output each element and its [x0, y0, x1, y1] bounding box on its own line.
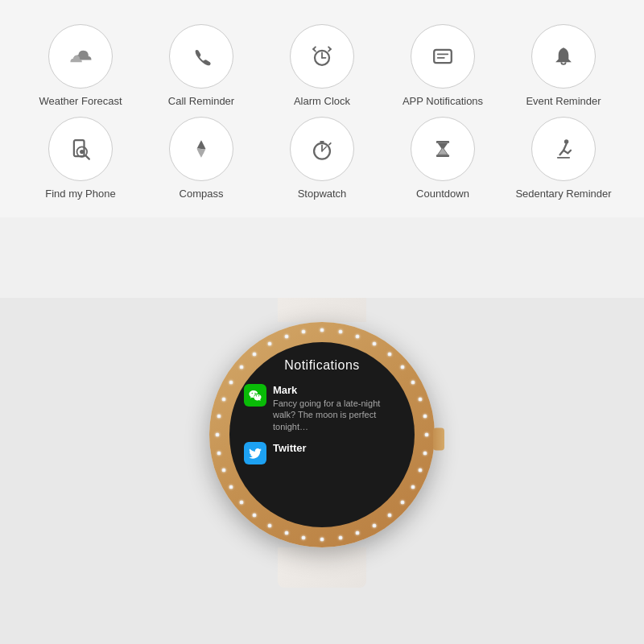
wechat-notif-text: Mark Fancy going for a late-night walk? …: [273, 384, 400, 432]
wechat-icon: [244, 384, 266, 407]
diamond-dot: [284, 334, 288, 338]
diamond-dot: [320, 328, 324, 332]
icons-row-1: Weather Forecast Call Reminder: [24, 24, 620, 109]
twitter-sender: Twitter: [273, 442, 400, 454]
diamond-dot: [411, 485, 415, 489]
feature-stopwatch[interactable]: Stopwatch: [266, 117, 378, 201]
app-notifications-label: APP Notifications: [402, 95, 483, 109]
diamond-dot: [387, 513, 391, 517]
twitter-notif-text: Twitter: [273, 442, 400, 456]
alarm-clock-icon-circle: [290, 24, 354, 89]
diamond-dot: [253, 353, 257, 357]
diamond-dot: [217, 451, 221, 455]
twitter-icon: [244, 442, 266, 464]
diamond-dot: [425, 433, 429, 437]
feature-compass[interactable]: Compass: [145, 117, 258, 201]
watch-screen: Notifications Mark Fancy going for a lat…: [229, 342, 415, 527]
watch-body: Notifications Mark Fancy going for a lat…: [209, 322, 435, 547]
countdown-icon-circle: [411, 117, 475, 181]
call-reminder-icon-circle: [169, 24, 233, 89]
event-reminder-icon-circle: [531, 24, 596, 89]
screen-title: Notifications: [244, 358, 400, 373]
diamond-dot: [400, 365, 404, 369]
features-section: Weather Forecast Call Reminder: [0, 0, 644, 217]
stopwatch-label: Stopwatch: [298, 188, 347, 201]
feature-countdown[interactable]: Countdown: [386, 117, 499, 201]
diamond-dot: [229, 381, 233, 385]
svg-line-8: [85, 155, 89, 159]
diamond-dot: [268, 523, 272, 527]
event-reminder-label: Event Reminder: [526, 95, 601, 109]
feature-weather-forecast[interactable]: Weather Forecast: [24, 24, 137, 109]
find-my-phone-icon-circle: [48, 117, 113, 181]
icons-grid: Weather Forecast Call Reminder: [16, 24, 628, 201]
diamond-dot: [302, 329, 306, 333]
diamond-dot: [240, 365, 244, 369]
twitter-notification: Twitter: [244, 442, 400, 464]
alarm-clock-label: Alarm Clock: [294, 95, 350, 109]
feature-event-reminder[interactable]: Event Reminder: [507, 24, 620, 109]
diamond-dot: [284, 531, 288, 535]
app-notifications-icon-circle: [411, 24, 475, 89]
diamond-dot: [221, 469, 225, 473]
diamond-dot: [400, 500, 404, 504]
svg-point-9: [80, 150, 84, 154]
feature-call-reminder[interactable]: Call Reminder: [145, 24, 258, 109]
call-reminder-label: Call Reminder: [168, 95, 234, 109]
countdown-label: Countdown: [416, 188, 469, 201]
weather-forecast-icon-circle: [48, 24, 113, 89]
find-my-phone-label: Find my Phone: [45, 188, 115, 201]
stopwatch-icon-circle: [290, 117, 354, 181]
diamond-dot: [423, 415, 427, 419]
diamond-dot: [268, 342, 272, 346]
feature-sedentary-reminder[interactable]: Sedentary Reminder: [507, 117, 620, 201]
feature-find-my-phone[interactable]: Find my Phone: [24, 117, 137, 201]
diamond-dot: [338, 329, 342, 333]
diamond-dot: [373, 523, 377, 527]
icons-row-2: Find my Phone Compass: [24, 117, 620, 201]
diamond-dot: [356, 531, 360, 535]
diamond-dot: [221, 397, 225, 401]
watch-band-top: [278, 298, 366, 322]
watch-container: Notifications Mark Fancy going for a lat…: [185, 298, 459, 588]
diamond-dot: [253, 513, 257, 517]
diamond-dot: [302, 536, 306, 540]
wechat-sender: Mark: [273, 384, 400, 396]
diamond-dot: [229, 485, 233, 489]
diamond-dot: [419, 469, 423, 473]
svg-rect-14: [436, 141, 449, 143]
wechat-message: Fancy going for a late-night walk? The m…: [273, 398, 400, 432]
diamond-dot: [338, 536, 342, 540]
watch-crown[interactable]: [433, 428, 444, 451]
feature-alarm-clock[interactable]: Alarm Clock: [266, 24, 378, 109]
compass-icon-circle: [169, 117, 233, 181]
diamond-dot: [387, 353, 391, 357]
wechat-notification: Mark Fancy going for a late-night walk? …: [244, 384, 400, 432]
diamond-dot: [423, 451, 427, 455]
watch-band-bottom: [278, 547, 366, 588]
sedentary-reminder-label: Sedentary Reminder: [515, 188, 611, 201]
sedentary-reminder-icon-circle: [531, 117, 596, 181]
diamond-dot: [320, 538, 324, 542]
diamond-dot: [419, 397, 423, 401]
feature-app-notifications[interactable]: APP Notifications: [386, 24, 499, 109]
diamond-dot: [240, 500, 244, 504]
diamond-dot: [217, 415, 221, 419]
diamond-dot: [411, 381, 415, 385]
diamond-dot: [373, 342, 377, 346]
compass-label: Compass: [180, 188, 224, 201]
watch-section: Notifications Mark Fancy going for a lat…: [0, 298, 644, 644]
diamond-dot: [216, 433, 220, 437]
svg-rect-3: [434, 50, 452, 63]
weather-forecast-label: Weather Forecast: [39, 95, 122, 109]
diamond-dot: [356, 334, 360, 338]
